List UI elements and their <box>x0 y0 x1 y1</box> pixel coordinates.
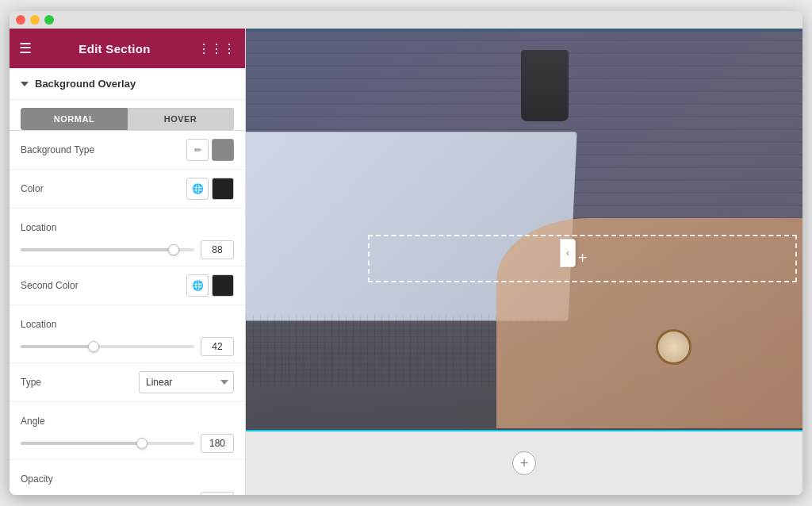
angle-label-row: Angle <box>21 408 234 434</box>
angle-input[interactable]: 180 <box>201 434 234 453</box>
panel-title: Edit Section <box>79 42 150 56</box>
selection-box[interactable]: + <box>368 235 797 282</box>
location2-input[interactable]: 42 <box>201 337 234 356</box>
canvas-image: + <box>246 29 802 449</box>
gradient-type-button[interactable] <box>212 139 234 161</box>
location1-label-row: Location <box>21 215 234 240</box>
selection-add-icon[interactable]: + <box>578 249 588 267</box>
background-type-label: Background Type <box>21 144 94 155</box>
angle-thumb[interactable] <box>136 438 147 449</box>
tab-hover[interactable]: HOVER <box>128 108 234 130</box>
scene-background: + <box>246 29 802 449</box>
second-globe-icon: 🌐 <box>192 280 204 291</box>
location2-fill <box>21 345 94 348</box>
section-expand-icon <box>21 82 29 86</box>
type-select[interactable]: Linear Radial <box>139 371 234 393</box>
cup-object <box>521 50 569 121</box>
app-window: ☰ Edit Section ⋮⋮⋮ Background Overlay NO… <box>10 11 802 495</box>
background-type-controls: ✏ <box>186 139 234 161</box>
background-type-row: Background Type ✏ <box>21 137 234 163</box>
angle-track <box>21 442 194 445</box>
panel-header: ☰ Edit Section ⋮⋮⋮ <box>10 29 245 68</box>
tab-row: NORMAL HOVER <box>10 100 245 131</box>
location1-track <box>21 248 194 251</box>
panel-content: Background Overlay NORMAL HOVER Backgrou… <box>10 68 245 495</box>
opacity-input[interactable]: 0.57 <box>201 492 234 495</box>
pencil-type-button[interactable]: ✏ <box>186 139 209 161</box>
canvas-add-button[interactable]: + <box>512 451 536 475</box>
angle-label: Angle <box>21 416 45 427</box>
location2-field: Location 42 <box>10 305 245 363</box>
location1-input[interactable]: 88 <box>201 240 234 259</box>
type-field: Type Linear Radial <box>10 363 245 402</box>
location2-track <box>21 345 194 348</box>
chevron-left-icon: ‹ <box>566 247 569 259</box>
canvas-area: + + <box>246 29 802 495</box>
opacity-label: Opacity <box>21 473 53 485</box>
background-type-field: Background Type ✏ <box>10 131 245 170</box>
minimize-button[interactable] <box>30 15 40 25</box>
angle-field: Angle 180 <box>10 402 245 460</box>
add-section-icon: + <box>520 455 529 472</box>
color-row: Color 🌐 <box>21 176 234 201</box>
globe-icon: 🌐 <box>192 183 204 194</box>
location2-slider-row: 42 <box>21 337 234 356</box>
location1-slider-row: 88 <box>21 240 234 259</box>
color-swatch[interactable] <box>212 178 234 200</box>
location2-thumb[interactable] <box>88 341 99 352</box>
second-color-label: Second Color <box>21 280 79 291</box>
left-panel: ☰ Edit Section ⋮⋮⋮ Background Overlay NO… <box>10 29 246 495</box>
panel-collapse-arrow[interactable]: ‹ <box>560 239 576 267</box>
location1-field: Location 88 <box>10 209 245 266</box>
canvas-bottom-area: + <box>246 431 802 495</box>
close-button[interactable] <box>16 15 25 25</box>
second-color-swatch[interactable] <box>212 274 234 297</box>
color-label: Color <box>21 183 44 194</box>
opacity-field: Opacity 0.57 <box>10 460 245 495</box>
color-controls: 🌐 <box>186 178 234 200</box>
location2-label-row: Location <box>21 312 234 337</box>
second-color-field: Second Color 🌐 <box>10 266 245 305</box>
maximize-button[interactable] <box>44 15 54 25</box>
background-overlay-label: Background Overlay <box>35 78 136 90</box>
location1-thumb[interactable] <box>168 244 179 255</box>
angle-slider-row: 180 <box>21 434 234 453</box>
type-row: Type Linear Radial <box>21 370 234 395</box>
opacity-label-row: Opacity <box>21 466 234 492</box>
background-overlay-section-header[interactable]: Background Overlay <box>10 68 245 100</box>
title-bar <box>10 11 802 29</box>
location2-label: Location <box>21 319 56 330</box>
opacity-slider-row: 0.57 <box>21 492 234 495</box>
watch-object <box>656 329 691 365</box>
second-color-row: Second Color 🌐 <box>21 273 234 298</box>
location1-label: Location <box>21 222 56 233</box>
window-body: ☰ Edit Section ⋮⋮⋮ Background Overlay NO… <box>10 29 802 495</box>
type-label: Type <box>21 377 41 388</box>
grid-icon[interactable]: ⋮⋮⋮ <box>197 41 236 56</box>
tab-normal[interactable]: NORMAL <box>21 108 128 130</box>
angle-fill <box>21 442 142 445</box>
second-color-controls: 🌐 <box>186 274 234 297</box>
location1-fill <box>21 248 174 251</box>
color-globe-button[interactable]: 🌐 <box>186 178 209 200</box>
color-field: Color 🌐 <box>10 170 245 209</box>
hamburger-icon[interactable]: ☰ <box>19 40 32 57</box>
second-color-globe-button[interactable]: 🌐 <box>186 274 209 297</box>
